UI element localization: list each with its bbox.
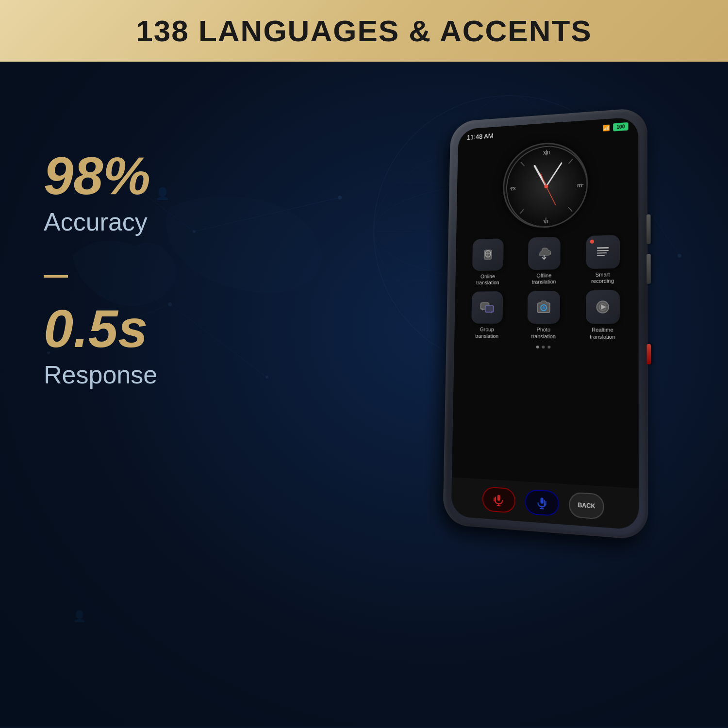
svg-line-37 xyxy=(510,188,515,188)
svg-rect-52 xyxy=(597,255,605,256)
response-stat: 0.5s Response xyxy=(44,302,157,389)
accuracy-number: 98% xyxy=(44,149,157,202)
svg-point-18 xyxy=(265,376,268,379)
svg-rect-66 xyxy=(541,497,544,504)
app-grid-row1: Onlinetranslation Offlinetranslation xyxy=(455,234,638,286)
svg-rect-49 xyxy=(597,247,609,249)
header-title: 138 LANGUAGES & ACCENTS xyxy=(0,14,728,48)
svg-rect-51 xyxy=(597,252,607,253)
svg-point-17 xyxy=(168,302,172,306)
online-translation-label: Onlinetranslation xyxy=(476,273,499,286)
smart-recording-icon xyxy=(586,235,620,269)
side-button-2 xyxy=(646,254,651,284)
bottom-nav: BACK xyxy=(451,477,639,530)
online-translation-icon xyxy=(472,238,504,271)
stats-section: 98% Accuracy 0.5s Response xyxy=(44,149,157,428)
clock-face: XII III VI IX xyxy=(502,140,588,229)
svg-point-21 xyxy=(678,254,681,258)
stat-divider xyxy=(44,275,68,278)
page-dot-3 xyxy=(547,346,550,348)
phone-device: 11:48 AM 📶 100 xyxy=(432,71,665,712)
mic-button-red[interactable] xyxy=(482,486,515,513)
status-time: 11:48 AM xyxy=(467,132,494,141)
page-dots xyxy=(454,345,639,349)
main-content: 👤 👤 👤 98% Accuracy 0.5s Response xyxy=(0,62,728,727)
side-button-1 xyxy=(646,215,651,244)
offline-translation-icon xyxy=(528,237,561,270)
header-banner: 138 LANGUAGES & ACCENTS xyxy=(0,0,728,62)
group-translation-label: Grouptranslation xyxy=(475,327,498,339)
svg-text:👤: 👤 xyxy=(73,610,86,623)
group-translation-icon xyxy=(471,291,503,324)
app-group-translation[interactable]: Grouptranslation xyxy=(461,291,513,339)
mic-button-blue[interactable] xyxy=(525,489,559,517)
photo-translation-icon xyxy=(528,291,561,324)
app-realtime-translation[interactable]: Realtimetranslation xyxy=(575,290,631,340)
clock-svg: XII III VI IX xyxy=(504,142,588,229)
svg-rect-61 xyxy=(497,495,500,501)
response-number: 0.5s xyxy=(44,302,157,355)
svg-rect-50 xyxy=(597,250,609,251)
app-smart-recording[interactable]: Smartrecording xyxy=(575,234,630,285)
realtime-translation-icon xyxy=(586,290,620,324)
app-grid-row2: Grouptranslation Phototranslat xyxy=(454,290,638,341)
svg-text:IX: IX xyxy=(511,186,516,191)
page-dot-1 xyxy=(536,346,539,348)
svg-line-10 xyxy=(170,304,267,377)
battery-indicator: 100 xyxy=(613,122,628,132)
phone-outer: 11:48 AM 📶 100 xyxy=(443,107,648,540)
page-dot-2 xyxy=(542,346,545,348)
offline-translation-label: Offlinetranslation xyxy=(532,272,556,285)
smart-recording-label: Smartrecording xyxy=(591,271,614,284)
realtime-translation-label: Realtimetranslation xyxy=(590,327,615,340)
accuracy-label: Accuracy xyxy=(44,207,157,236)
clock-circle: XII III VI IX xyxy=(502,140,588,229)
svg-text:👤: 👤 xyxy=(155,186,170,200)
recording-dot xyxy=(590,240,594,244)
app-online-translation[interactable]: Onlinetranslation xyxy=(462,238,514,286)
wifi-icon: 📶 xyxy=(603,124,610,132)
svg-point-15 xyxy=(338,196,342,199)
back-button[interactable]: BACK xyxy=(569,492,604,520)
app-photo-translation[interactable]: Phototranslation xyxy=(517,291,571,340)
phone-screen: 11:48 AM 📶 100 xyxy=(451,117,639,530)
svg-line-68 xyxy=(540,509,544,509)
side-button-record xyxy=(647,344,651,364)
accuracy-stat: 98% Accuracy xyxy=(44,149,157,236)
back-button-label: BACK xyxy=(578,501,595,510)
svg-line-33 xyxy=(578,184,583,185)
response-label: Response xyxy=(44,360,157,389)
photo-translation-label: Phototranslation xyxy=(531,327,556,340)
status-icons: 📶 100 xyxy=(603,122,629,132)
app-offline-translation[interactable]: Offlinetranslation xyxy=(517,236,571,285)
svg-line-63 xyxy=(497,506,501,506)
svg-text:III: III xyxy=(577,182,582,188)
